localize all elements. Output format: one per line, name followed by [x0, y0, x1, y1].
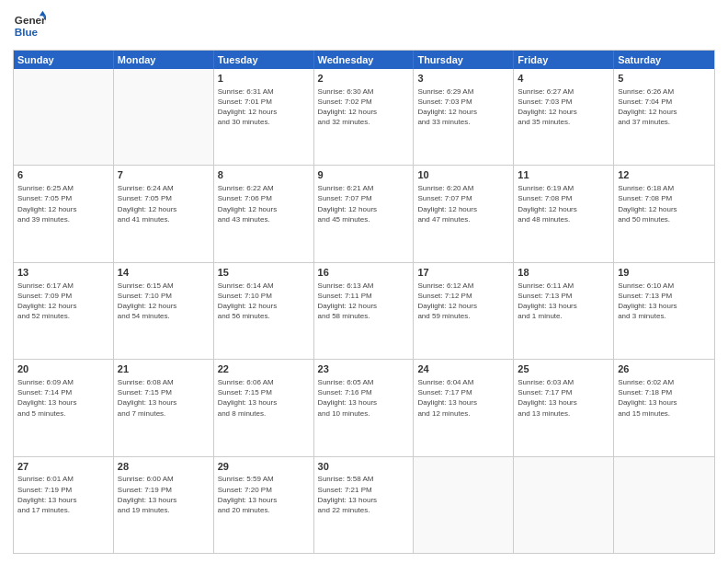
header: General Blue — [13, 9, 715, 42]
day-number: 1 — [218, 72, 310, 86]
day-cell-25: 25Sunrise: 6:03 AM Sunset: 7:17 PM Dayli… — [514, 360, 614, 455]
weekday-header-saturday: Saturday — [614, 51, 714, 69]
day-number: 13 — [17, 266, 109, 280]
day-info: Sunrise: 6:11 AM Sunset: 7:13 PM Dayligh… — [518, 281, 609, 322]
day-cell-15: 15Sunrise: 6:14 AM Sunset: 7:10 PM Dayli… — [214, 263, 314, 359]
day-number: 14 — [118, 266, 210, 280]
day-cell-10: 10Sunrise: 6:20 AM Sunset: 7:07 PM Dayli… — [414, 166, 514, 261]
day-info: Sunrise: 6:22 AM Sunset: 7:06 PM Dayligh… — [218, 183, 310, 224]
day-cell-3: 3Sunrise: 6:29 AM Sunset: 7:03 PM Daylig… — [414, 69, 514, 165]
day-number: 21 — [118, 362, 210, 376]
calendar: SundayMondayTuesdayWednesdayThursdayFrid… — [13, 50, 715, 554]
day-cell-19: 19Sunrise: 6:10 AM Sunset: 7:13 PM Dayli… — [614, 263, 714, 359]
day-cell-24: 24Sunrise: 6:04 AM Sunset: 7:17 PM Dayli… — [414, 360, 514, 455]
day-cell-13: 13Sunrise: 6:17 AM Sunset: 7:09 PM Dayli… — [14, 263, 114, 359]
calendar-header: SundayMondayTuesdayWednesdayThursdayFrid… — [14, 51, 714, 69]
day-info: Sunrise: 6:10 AM Sunset: 7:13 PM Dayligh… — [618, 281, 711, 322]
day-number: 19 — [618, 266, 711, 280]
day-cell-4: 4Sunrise: 6:27 AM Sunset: 7:03 PM Daylig… — [514, 69, 614, 165]
day-number: 23 — [318, 362, 410, 376]
day-info: Sunrise: 6:13 AM Sunset: 7:11 PM Dayligh… — [318, 281, 410, 322]
day-info: Sunrise: 6:01 AM Sunset: 7:19 PM Dayligh… — [17, 474, 109, 515]
day-cell-7: 7Sunrise: 6:24 AM Sunset: 7:05 PM Daylig… — [114, 166, 214, 261]
day-info: Sunrise: 6:27 AM Sunset: 7:03 PM Dayligh… — [518, 86, 609, 128]
day-info: Sunrise: 6:06 AM Sunset: 7:15 PM Dayligh… — [218, 377, 310, 419]
logo: General Blue — [13, 9, 46, 42]
day-cell-11: 11Sunrise: 6:19 AM Sunset: 7:08 PM Dayli… — [514, 166, 614, 261]
day-info: Sunrise: 6:26 AM Sunset: 7:04 PM Dayligh… — [618, 86, 711, 128]
day-info: Sunrise: 5:59 AM Sunset: 7:20 PM Dayligh… — [218, 474, 310, 515]
day-info: Sunrise: 6:15 AM Sunset: 7:10 PM Dayligh… — [118, 281, 210, 322]
day-info: Sunrise: 6:21 AM Sunset: 7:07 PM Dayligh… — [318, 183, 410, 224]
day-cell-9: 9Sunrise: 6:21 AM Sunset: 7:07 PM Daylig… — [314, 166, 415, 261]
day-cell-28: 28Sunrise: 6:00 AM Sunset: 7:19 PM Dayli… — [114, 457, 214, 553]
day-number: 17 — [417, 266, 509, 280]
day-cell-29: 29Sunrise: 5:59 AM Sunset: 7:20 PM Dayli… — [214, 457, 314, 553]
day-info: Sunrise: 6:18 AM Sunset: 7:08 PM Dayligh… — [618, 183, 711, 224]
day-info: Sunrise: 6:02 AM Sunset: 7:18 PM Dayligh… — [618, 377, 711, 419]
day-info: Sunrise: 6:30 AM Sunset: 7:02 PM Dayligh… — [318, 86, 410, 128]
day-number: 10 — [417, 168, 509, 182]
day-cell-23: 23Sunrise: 6:05 AM Sunset: 7:16 PM Dayli… — [314, 360, 415, 455]
weekday-header-sunday: Sunday — [14, 51, 114, 69]
day-cell-1: 1Sunrise: 6:31 AM Sunset: 7:01 PM Daylig… — [214, 69, 314, 165]
day-info: Sunrise: 6:24 AM Sunset: 7:05 PM Dayligh… — [118, 183, 210, 224]
empty-cell-0-0 — [14, 69, 114, 165]
day-cell-5: 5Sunrise: 6:26 AM Sunset: 7:04 PM Daylig… — [614, 69, 714, 165]
weekday-header-wednesday: Wednesday — [314, 51, 415, 69]
empty-cell-4-6 — [614, 457, 714, 553]
day-info: Sunrise: 6:25 AM Sunset: 7:05 PM Dayligh… — [17, 183, 109, 224]
empty-cell-4-4 — [414, 457, 514, 553]
day-info: Sunrise: 6:09 AM Sunset: 7:14 PM Dayligh… — [17, 377, 109, 419]
day-number: 26 — [618, 362, 711, 376]
day-number: 20 — [17, 362, 109, 376]
day-cell-27: 27Sunrise: 6:01 AM Sunset: 7:19 PM Dayli… — [14, 457, 114, 553]
day-info: Sunrise: 5:58 AM Sunset: 7:21 PM Dayligh… — [318, 474, 410, 515]
day-info: Sunrise: 6:17 AM Sunset: 7:09 PM Dayligh… — [17, 281, 109, 322]
day-info: Sunrise: 6:00 AM Sunset: 7:19 PM Dayligh… — [118, 474, 210, 515]
day-number: 8 — [218, 168, 310, 182]
calendar-row-2: 13Sunrise: 6:17 AM Sunset: 7:09 PM Dayli… — [14, 262, 714, 359]
day-number: 15 — [218, 266, 310, 280]
day-cell-20: 20Sunrise: 6:09 AM Sunset: 7:14 PM Dayli… — [14, 360, 114, 455]
day-info: Sunrise: 6:29 AM Sunset: 7:03 PM Dayligh… — [417, 86, 509, 128]
day-cell-2: 2Sunrise: 6:30 AM Sunset: 7:02 PM Daylig… — [314, 69, 415, 165]
day-info: Sunrise: 6:31 AM Sunset: 7:01 PM Dayligh… — [218, 86, 310, 128]
day-number: 29 — [218, 460, 310, 474]
calendar-row-4: 27Sunrise: 6:01 AM Sunset: 7:19 PM Dayli… — [14, 456, 714, 553]
day-info: Sunrise: 6:20 AM Sunset: 7:07 PM Dayligh… — [417, 183, 509, 224]
day-number: 25 — [518, 362, 609, 376]
day-info: Sunrise: 6:08 AM Sunset: 7:15 PM Dayligh… — [118, 377, 210, 419]
day-info: Sunrise: 6:19 AM Sunset: 7:08 PM Dayligh… — [518, 183, 609, 224]
weekday-header-monday: Monday — [114, 51, 214, 69]
day-number: 4 — [518, 72, 609, 86]
day-number: 5 — [618, 72, 711, 86]
day-info: Sunrise: 6:14 AM Sunset: 7:10 PM Dayligh… — [218, 281, 310, 322]
calendar-row-3: 20Sunrise: 6:09 AM Sunset: 7:14 PM Dayli… — [14, 359, 714, 455]
day-number: 12 — [618, 168, 711, 182]
day-number: 6 — [17, 168, 109, 182]
page: General Blue SundayMondayTuesdayWednesda… — [0, 0, 728, 563]
day-cell-14: 14Sunrise: 6:15 AM Sunset: 7:10 PM Dayli… — [114, 263, 214, 359]
day-cell-22: 22Sunrise: 6:06 AM Sunset: 7:15 PM Dayli… — [214, 360, 314, 455]
day-info: Sunrise: 6:05 AM Sunset: 7:16 PM Dayligh… — [318, 377, 410, 419]
calendar-body: 1Sunrise: 6:31 AM Sunset: 7:01 PM Daylig… — [14, 69, 714, 553]
logo-icon: General Blue — [13, 9, 46, 42]
day-number: 11 — [518, 168, 609, 182]
day-number: 9 — [318, 168, 410, 182]
day-number: 24 — [417, 362, 509, 376]
day-cell-17: 17Sunrise: 6:12 AM Sunset: 7:12 PM Dayli… — [414, 263, 514, 359]
svg-text:Blue: Blue — [15, 26, 39, 38]
day-cell-6: 6Sunrise: 6:25 AM Sunset: 7:05 PM Daylig… — [14, 166, 114, 261]
day-number: 30 — [318, 460, 410, 474]
calendar-row-1: 6Sunrise: 6:25 AM Sunset: 7:05 PM Daylig… — [14, 165, 714, 261]
day-number: 27 — [17, 460, 109, 474]
weekday-header-friday: Friday — [514, 51, 614, 69]
day-number: 2 — [318, 72, 410, 86]
day-info: Sunrise: 6:04 AM Sunset: 7:17 PM Dayligh… — [417, 377, 509, 419]
day-cell-16: 16Sunrise: 6:13 AM Sunset: 7:11 PM Dayli… — [314, 263, 415, 359]
day-number: 18 — [518, 266, 609, 280]
weekday-header-thursday: Thursday — [414, 51, 514, 69]
day-cell-12: 12Sunrise: 6:18 AM Sunset: 7:08 PM Dayli… — [614, 166, 714, 261]
day-number: 7 — [118, 168, 210, 182]
